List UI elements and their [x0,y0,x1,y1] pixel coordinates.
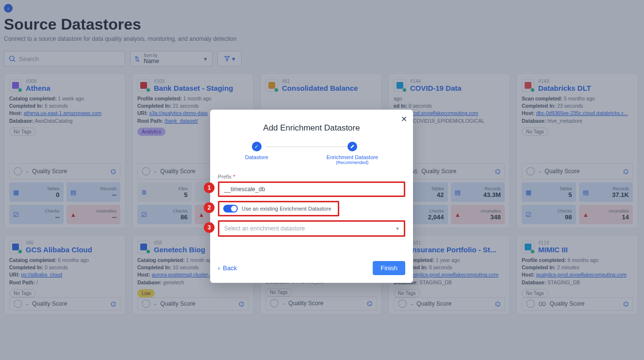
add-enrichment-modal: ✕ Add Enrichment Datastore ✓Datastore En… [210,110,413,283]
prefix-input[interactable]: __timescale_db [218,181,405,197]
annotation-badge-3: 3 [204,222,215,233]
prefix-label: Prefix * [218,174,405,180]
annotation-badge-1: 1 [204,182,215,193]
back-button[interactable]: ‹Back [218,264,237,272]
chevron-down-icon: ▾ [396,225,399,232]
modal-title: Add Enrichment Datastore [218,123,405,133]
enrichment-select[interactable]: Select an enrichment datastore▾ [218,220,405,237]
finish-button[interactable]: Finish [373,261,405,275]
step-enrichment[interactable]: Enrichment Datastore(Recommended) [327,142,378,165]
use-existing-toggle[interactable]: Use an existing Enrichment Datastore [218,201,339,216]
annotation-badge-2: 2 [204,202,215,213]
step-datastore[interactable]: ✓Datastore [245,142,268,165]
chevron-left-icon: ‹ [218,264,220,272]
toggle-switch[interactable] [223,205,238,213]
close-icon[interactable]: ✕ [401,115,407,124]
